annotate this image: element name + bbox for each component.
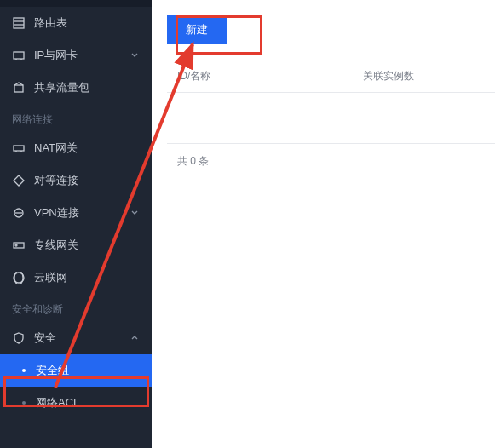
- chevron-up-icon: [130, 333, 140, 343]
- sidebar-item-label: VPN连接: [34, 205, 130, 221]
- sidebar-item-traffic-package[interactable]: 共享流量包: [0, 72, 152, 104]
- footer-prefix: 共: [177, 155, 187, 167]
- sidebar-subitem-security-group[interactable]: 安全组: [0, 354, 152, 387]
- sidebar-item-cloud-net[interactable]: 云联网: [0, 261, 152, 294]
- sidebar-item-ip-nic[interactable]: IP与网卡: [0, 39, 152, 72]
- svg-rect-3: [14, 52, 24, 59]
- traffic-package-icon: [12, 81, 26, 95]
- sidebar-item-label: IP与网卡: [34, 48, 130, 63]
- sidebar-subitem-network-acl[interactable]: 网络ACL: [0, 387, 152, 419]
- new-button[interactable]: 新建: [167, 15, 227, 44]
- sidebar-item-label: 安全: [34, 330, 130, 346]
- footer-count: 0: [190, 155, 196, 167]
- sidebar-top-gap: [0, 0, 152, 7]
- ip-nic-icon: [12, 49, 26, 62]
- route-table-icon: [12, 16, 26, 30]
- sidebar-item-route-table[interactable]: 路由表: [0, 7, 152, 39]
- bullet-icon: [22, 401, 26, 405]
- cloud-net-icon: [12, 271, 26, 284]
- sidebar-subitem-label: 安全组: [36, 363, 69, 378]
- table: ID/名称 关联实例数 共 0 条: [167, 60, 495, 179]
- footer-suffix: 条: [199, 155, 209, 167]
- shield-icon: [12, 331, 26, 345]
- bullet-icon: [22, 369, 26, 372]
- sidebar-item-vpn[interactable]: VPN连接: [0, 197, 152, 229]
- dedicated-line-icon: [12, 238, 26, 252]
- sidebar-section-security: 安全和诊断: [0, 294, 152, 322]
- vpn-icon: [12, 206, 26, 220]
- nat-gateway-icon: [12, 141, 26, 155]
- svg-rect-0: [14, 18, 24, 28]
- chevron-down-icon: [130, 50, 140, 60]
- sidebar-subitem-label: 网络ACL: [36, 395, 79, 411]
- table-header-id-name: ID/名称: [167, 69, 363, 83]
- main-panel: 新建 ID/名称 关联实例数 共 0 条: [152, 0, 495, 448]
- svg-rect-6: [14, 85, 23, 92]
- table-footer: 共 0 条: [167, 144, 495, 179]
- toolbar: 新建: [167, 15, 495, 44]
- table-body-empty: [167, 93, 495, 144]
- sidebar-item-label: NAT网关: [34, 141, 140, 156]
- sidebar: 路由表 IP与网卡 共享流量包 网络连接 NAT网关 对等连接 VPN连接: [0, 0, 152, 448]
- sidebar-item-label: 对等连接: [34, 173, 140, 188]
- chevron-down-icon: [130, 208, 140, 218]
- table-header-related-instances: 关联实例数: [363, 69, 495, 83]
- sidebar-item-label: 路由表: [34, 15, 140, 31]
- sidebar-item-security[interactable]: 安全: [0, 322, 152, 354]
- svg-marker-10: [14, 175, 24, 186]
- sidebar-item-nat-gateway[interactable]: NAT网关: [0, 132, 152, 164]
- sidebar-section-network: 网络连接: [0, 104, 152, 132]
- sidebar-item-label: 云联网: [34, 270, 140, 285]
- sidebar-item-label: 专线网关: [34, 238, 140, 253]
- sidebar-item-label: 共享流量包: [34, 80, 140, 95]
- svg-point-14: [15, 244, 17, 246]
- sidebar-item-dedicated-line[interactable]: 专线网关: [0, 229, 152, 261]
- table-header-row: ID/名称 关联实例数: [167, 60, 495, 93]
- peering-icon: [12, 174, 26, 187]
- svg-rect-7: [14, 146, 24, 151]
- sidebar-item-peering[interactable]: 对等连接: [0, 164, 152, 197]
